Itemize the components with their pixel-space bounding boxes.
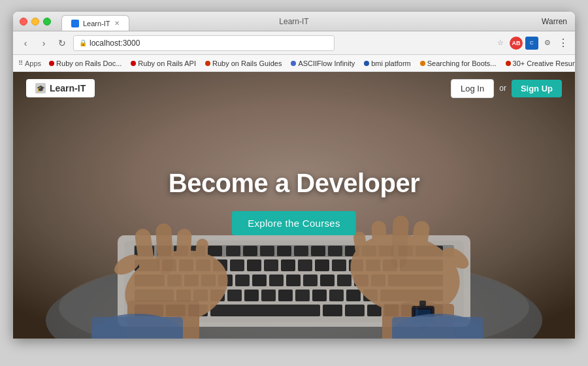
bookmarks-bar: ⠿ Apps Ruby on Rails Doc... Ruby on Rail… (13, 55, 575, 72)
tab-close-icon[interactable]: ✕ (114, 20, 120, 27)
url-bar[interactable]: 🔒 localhost:3000 (73, 35, 335, 51)
apps-grid-icon: ⠿ (18, 59, 23, 67)
site-content: 🎓 Learn-IT Log In or Sign Up Become a De… (13, 72, 575, 339)
bookmark-favicon-7 (506, 61, 511, 66)
lock-icon: 🔒 (79, 39, 87, 46)
bookmark-item-7[interactable]: 30+ Creative Resum... (502, 58, 575, 69)
traffic-lights (20, 18, 51, 25)
bookmark-item-3[interactable]: Ruby on Rails Guides (201, 58, 286, 69)
bookmark-label-1: Ruby on Rails Doc... (56, 59, 122, 67)
bookmark-label-6: Searching for Boots... (427, 59, 497, 67)
bookmark-label-4: ASCIIFlow Infinity (298, 59, 355, 67)
brand-button[interactable]: 🎓 Learn-IT (26, 79, 95, 97)
bookmark-label-7: 30+ Creative Resum... (513, 59, 575, 67)
bookmark-item-1[interactable]: Ruby on Rails Doc... (45, 58, 125, 69)
title-bar: Learn-IT ✕ Learn-IT Warren (13, 12, 575, 31)
bookmark-item-2[interactable]: Ruby on Rails API (127, 58, 200, 69)
bookmark-favicon-6 (420, 61, 425, 66)
brand-name: Learn-IT (50, 83, 86, 93)
bookmark-item-5[interactable]: bmi platform (360, 58, 415, 69)
bookmark-item-4[interactable]: ASCIIFlow Infinity (287, 58, 359, 69)
hero-headline: Become a Developer (169, 169, 420, 198)
user-name: Warren (542, 17, 567, 26)
close-button[interactable] (20, 18, 27, 25)
extension-2-icon[interactable]: ⚙ (541, 37, 554, 50)
browser-window: Learn-IT ✕ Learn-IT Warren ‹ › ↻ 🔒 local… (13, 12, 575, 339)
bookmark-favicon-1 (49, 61, 54, 66)
maximize-button[interactable] (43, 18, 51, 25)
browser-actions: ☆ AB C ⚙ ⋮ (494, 37, 570, 50)
explore-courses-button[interactable]: Explore the Courses (232, 211, 356, 235)
nav-auth: Log In or Sign Up (451, 79, 562, 98)
chrome-menu-icon[interactable]: ⋮ (557, 37, 570, 50)
forward-button[interactable]: › (37, 36, 51, 50)
bookmark-label-2: Ruby on Rails API (138, 59, 196, 67)
site-nav: 🎓 Learn-IT Log In or Sign Up (13, 72, 575, 105)
address-bar: ‹ › ↻ 🔒 localhost:3000 ☆ AB C ⚙ ⋮ (13, 31, 575, 55)
bookmark-label-3: Ruby on Rails Guides (212, 59, 282, 67)
tab-bar: Learn-IT ✕ (61, 12, 129, 31)
bookmark-star-icon[interactable]: ☆ (494, 37, 507, 50)
window-title: Learn-IT (279, 17, 308, 26)
tab-label: Learn-IT (83, 20, 110, 27)
adblock-icon[interactable]: AB (510, 37, 523, 50)
signup-button[interactable]: Sign Up (512, 80, 562, 97)
bookmark-label-5: bmi platform (371, 59, 411, 67)
or-separator: or (499, 84, 506, 93)
extension-1-icon[interactable]: C (525, 37, 538, 50)
minimize-button[interactable] (31, 18, 39, 25)
brand-icon: 🎓 (35, 83, 46, 93)
back-button[interactable]: ‹ (18, 36, 33, 50)
bookmark-favicon-4 (291, 61, 296, 66)
apps-menu[interactable]: ⠿ Apps (18, 59, 41, 67)
refresh-button[interactable]: ↻ (55, 36, 69, 50)
active-tab[interactable]: Learn-IT ✕ (61, 15, 129, 31)
bookmark-favicon-2 (131, 61, 136, 66)
bookmark-item-6[interactable]: Searching for Boots... (416, 58, 500, 69)
hero-section: Become a Developer Explore the Courses (169, 169, 420, 235)
login-button[interactable]: Log In (451, 79, 494, 98)
bookmark-favicon-5 (364, 61, 369, 66)
bookmark-favicon-3 (205, 61, 210, 66)
tab-favicon (71, 20, 79, 27)
url-text: localhost:3000 (90, 39, 140, 48)
apps-label: Apps (25, 59, 41, 67)
